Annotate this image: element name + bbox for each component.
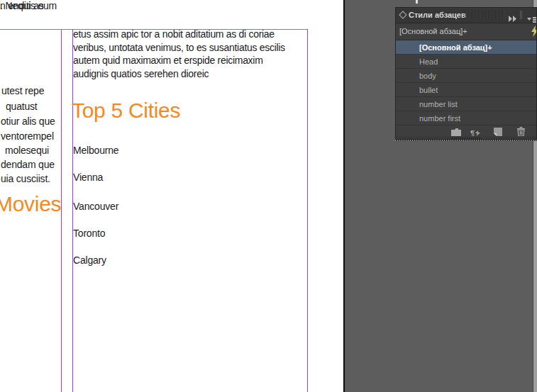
- style-row[interactable]: [Основной абзац]+: [396, 40, 536, 55]
- paragraph-line[interactable]: etus assim apic tor a nobit aditatium as…: [73, 28, 285, 41]
- titlebar-separator: [520, 11, 521, 19]
- create-style-group-button[interactable]: [451, 126, 463, 135]
- panel-button-bar: ¶: [396, 125, 536, 136]
- panel-tab-label[interactable]: Стили абзацев: [409, 11, 466, 19]
- delete-style-button[interactable]: [516, 126, 528, 135]
- city-item[interactable]: Vancouver: [73, 201, 118, 212]
- current-style-field: [Основной абзац]+: [396, 23, 536, 40]
- panel-dock-edge: [395, 140, 537, 141]
- left-column-text-line[interactable]: otiur alis que: [1, 116, 55, 127]
- city-item[interactable]: Calgary: [73, 254, 106, 266]
- style-row[interactable]: number list: [396, 97, 536, 111]
- diamond-collapse-icon[interactable]: [399, 11, 406, 18]
- top-edge-tick: [416, 0, 418, 4]
- left-column-text-line[interactable]: quatust: [6, 101, 38, 112]
- style-row[interactable]: number first: [396, 111, 536, 125]
- city-item[interactable]: Melbourne: [73, 145, 118, 156]
- left-column-text-line[interactable]: utest repe: [1, 85, 44, 96]
- right-column-paragraph[interactable]: etus assim apic tor a nobit aditatium as…: [73, 28, 285, 81]
- paragraph-line[interactable]: veribus, untotata venimus, to es susanti…: [73, 41, 285, 55]
- style-row[interactable]: body: [396, 69, 536, 83]
- panel-title-bar[interactable]: Стили абзацев: [396, 8, 536, 23]
- column-guide: [307, 29, 308, 392]
- left-column-text-line[interactable]: dendam que: [1, 159, 55, 170]
- lightning-bolt-icon: [531, 26, 537, 40]
- styles-list: [Основной абзац]+ Head body bullet numbe…: [396, 40, 536, 125]
- style-row[interactable]: Head: [396, 55, 536, 69]
- tab-drag-texture: [464, 11, 505, 19]
- create-new-style-button[interactable]: [494, 126, 505, 135]
- paragraph-line[interactable]: audignis quatios serehen dioreic: [73, 67, 285, 81]
- left-column-text-line[interactable]: . Nequis eum: [0, 0, 57, 11]
- left-column-text-line[interactable]: molesequi: [5, 145, 49, 156]
- style-row[interactable]: bullet: [396, 83, 536, 97]
- clear-overrides-button[interactable]: ¶: [470, 126, 482, 135]
- city-item[interactable]: Vienna: [73, 172, 103, 183]
- current-style-label: [Основной абзац]+: [399, 27, 467, 35]
- city-item[interactable]: Toronto: [73, 228, 105, 239]
- movies-heading[interactable]: Movies: [0, 192, 61, 216]
- left-column-text-line[interactable]: ventorempel: [1, 130, 54, 142]
- top-5-cities-heading[interactable]: Top 5 Cities: [72, 99, 180, 123]
- paragraph-line[interactable]: autem quid maximaxim et erspide reicimax…: [73, 54, 285, 67]
- left-column-text-line[interactable]: uia cusciist.: [1, 173, 50, 184]
- paragraph-styles-panel: Стили абзацев [Основной абзац]+ [Основно…: [395, 7, 537, 140]
